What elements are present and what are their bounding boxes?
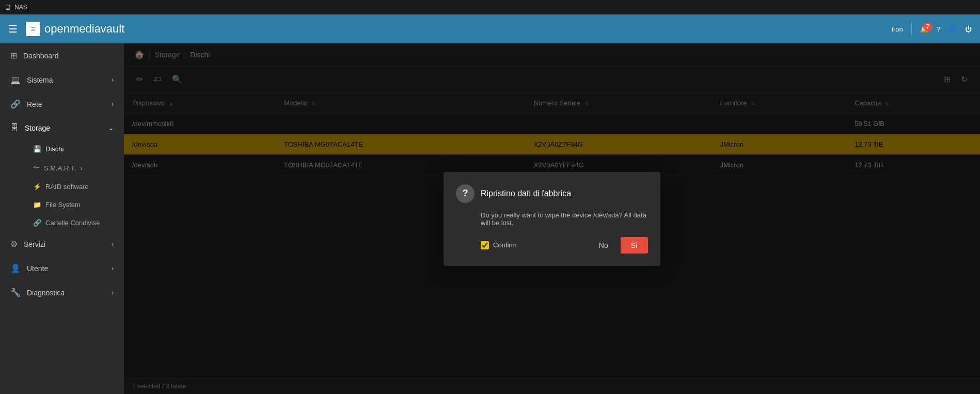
titlebar: 🖥 NAS	[0, 0, 980, 14]
raid-icon: ⚡	[33, 183, 41, 191]
modal-confirm-text: Confirm	[493, 241, 517, 249]
topnav-left: ☰ ≡ openmediavault	[8, 22, 124, 36]
sidebar-label-utente: Utente	[27, 264, 48, 273]
titlebar-icon: 🖥	[4, 3, 11, 11]
sistema-icon: 💻	[10, 75, 21, 85]
sidebar-item-servizi[interactable]: ⚙ Servizi ›	[0, 232, 124, 256]
sidebar: ⊞ Dashboard 💻 Sistema › 🔗 Rete › 🗄 Stora…	[0, 43, 124, 394]
sidebar-item-dischi[interactable]: 💾 Dischi	[27, 140, 124, 158]
notification-button[interactable]: 🔔 7	[920, 25, 928, 33]
sidebar-item-rete[interactable]: 🔗 Rete ›	[0, 92, 124, 116]
topnav-divider	[911, 23, 912, 35]
modal-si-button[interactable]: Sì	[621, 237, 648, 254]
rete-chevron: ›	[112, 101, 114, 108]
sidebar-label-rete: Rete	[27, 100, 42, 108]
filesystem-icon: 📁	[33, 201, 41, 209]
person-icon[interactable]: 👤	[949, 25, 957, 33]
sidebar-item-smart[interactable]: 〜 S.M.A.R.T. ›	[27, 158, 124, 178]
servizi-chevron: ›	[112, 241, 114, 248]
servizi-icon: ⚙	[10, 239, 18, 249]
sidebar-label-diagnostica: Diagnostica	[27, 289, 65, 297]
app-name: openmediavault	[44, 22, 124, 36]
modal-actions: No Sì	[591, 237, 648, 254]
sistema-chevron: ›	[112, 76, 114, 84]
sidebar-label-sistema: Sistema	[27, 76, 53, 84]
sidebar-item-utente[interactable]: 👤 Utente ›	[0, 256, 124, 280]
sidebar-label-storage: Storage	[25, 124, 50, 132]
smart-chevron: ›	[80, 164, 82, 172]
modal-body: Do you really want to wipe the device /d…	[481, 211, 648, 227]
modal-confirm-label[interactable]: Confirm	[481, 241, 517, 249]
modal-dialog: ? Ripristino dati di fabbrica Do you rea…	[444, 172, 660, 266]
hamburger-button[interactable]: ☰	[8, 23, 18, 35]
sidebar-item-raid[interactable]: ⚡ RAID software	[27, 178, 124, 196]
utente-icon: 👤	[10, 263, 21, 273]
sidebar-item-sistema[interactable]: 💻 Sistema ›	[0, 68, 124, 92]
main-layout: ⊞ Dashboard 💻 Sistema › 🔗 Rete › 🗄 Stora…	[0, 43, 980, 394]
dashboard-icon: ⊞	[10, 51, 17, 60]
app-logo: ≡ openmediavault	[26, 22, 124, 36]
diagnostica-icon: 🔧	[10, 288, 21, 297]
rete-icon: 🔗	[10, 99, 21, 109]
modal-header: ? Ripristino dati di fabbrica	[456, 184, 648, 203]
smart-icon: 〜	[33, 163, 40, 172]
cartelle-icon: 🔗	[33, 219, 41, 227]
dischi-icon: 💾	[33, 145, 41, 153]
sidebar-label-cartelle: Cartelle Condivise	[45, 219, 100, 227]
sidebar-label-dischi: Dischi	[45, 145, 64, 153]
sidebar-label-smart: S.M.A.R.T.	[44, 164, 76, 172]
modal-footer: Confirm No Sì	[481, 237, 648, 254]
sidebar-label-raid: RAID software	[45, 183, 89, 191]
storage-submenu: 💾 Dischi 〜 S.M.A.R.T. › ⚡ RAID software …	[0, 140, 124, 232]
modal-no-button[interactable]: No	[591, 237, 617, 254]
logo-icon: ≡	[26, 22, 40, 36]
notification-badge: 7	[923, 22, 932, 31]
utente-chevron: ›	[112, 265, 114, 272]
topnav: ☰ ≡ openmediavault iron 🔔 7 ? 👤 ⏻	[0, 14, 980, 43]
topnav-username: iron	[892, 25, 903, 33]
modal-confirm-checkbox[interactable]	[481, 241, 489, 249]
sidebar-label-dashboard: Dashboard	[23, 52, 59, 60]
main-content: 🏠 | Storage | Dischi ✏ 🏷 🔍 ⊞ ↻ D	[124, 43, 980, 394]
modal-overlay: ? Ripristino dati di fabbrica Do you rea…	[124, 43, 980, 394]
titlebar-title: NAS	[14, 4, 27, 11]
sidebar-item-filesystem[interactable]: 📁 File System	[27, 196, 124, 214]
topnav-right: iron 🔔 7 ? 👤 ⏻	[892, 23, 972, 35]
sidebar-label-filesystem: File System	[45, 201, 81, 209]
modal-title: Ripristino dati di fabbrica	[481, 189, 571, 198]
sidebar-item-cartelle[interactable]: 🔗 Cartelle Condivise	[27, 214, 124, 232]
diagnostica-chevron: ›	[112, 289, 114, 296]
power-icon[interactable]: ⏻	[965, 25, 972, 33]
storage-chevron: ⌄	[108, 124, 114, 132]
help-icon[interactable]: ?	[937, 25, 940, 33]
sidebar-item-storage[interactable]: 🗄 Storage ⌄	[0, 116, 124, 140]
sidebar-item-diagnostica[interactable]: 🔧 Diagnostica ›	[0, 280, 124, 305]
sidebar-label-servizi: Servizi	[24, 240, 45, 248]
modal-question-icon: ?	[456, 184, 475, 203]
sidebar-item-dashboard[interactable]: ⊞ Dashboard	[0, 43, 124, 68]
storage-icon: 🗄	[10, 123, 19, 133]
